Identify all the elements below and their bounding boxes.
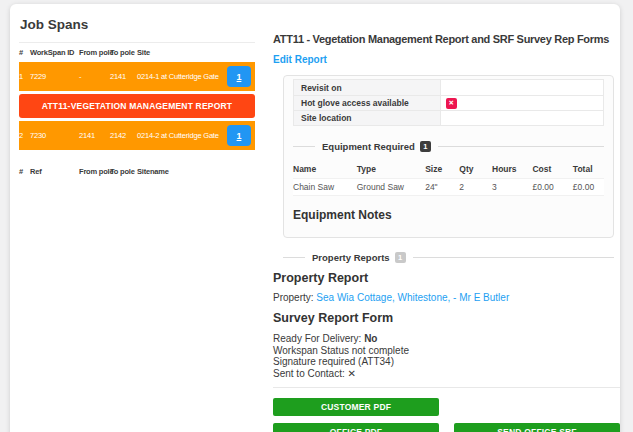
equipment-table-header: Name Type Size Qty Hours Cost Total [293,160,604,178]
eq-col-qty: Qty [459,164,492,174]
row-from-pole: - [79,72,110,81]
eq-col-total: Total [573,164,604,174]
col-to-pole: To pole [110,167,137,176]
send-office-srf-button[interactable]: SEND OFFICE SRF [454,423,620,432]
span-report-count-badge[interactable]: 1 [227,66,251,87]
info-value: ✕ [441,96,603,110]
eq-col-cost: Cost [532,164,572,174]
info-row-revisit: Revisit on [294,80,603,95]
info-label: Site location [294,111,441,125]
property-label: Property: [273,292,314,303]
eq-size: 24" [425,182,459,192]
eq-type: Ground Saw [357,182,425,192]
row-workspan-id: 7230 [30,131,79,140]
sent-cross-icon: ✕ [348,368,356,379]
info-row-site-location: Site location [294,110,603,125]
edit-report-link[interactable]: Edit Report [273,54,327,65]
col-from-pole: From pole [79,167,110,176]
eq-col-size: Size [425,164,459,174]
eq-col-name: Name [293,164,357,174]
property-reports-legend: Property Reports 1 [283,252,614,263]
workspan-row-7230[interactable]: 2 7230 2141 2142 0214-2 at Cutteridge Ga… [19,121,255,150]
ref-table-header: # Ref From pole To pole Sitename [19,162,255,181]
info-label: Hot glove access available [294,96,441,110]
equipment-required-label: Equipment Required [322,141,415,152]
equipment-row-chain-saw: Chain Saw Ground Saw 24" 2 3 £0.00 £0.00 [293,178,604,196]
info-row-hot-glove: Hot glove access available ✕ [294,95,603,110]
property-report-heading: Property Report [273,271,620,285]
col-sitename: Sitename [137,167,225,176]
report-info-table: Revisit on Hot glove access available ✕ … [293,79,604,126]
vegetation-report-button[interactable]: ATT11-VEGETATION MANAGEMENT REPORT [19,94,255,118]
main-card: Job Spans # WorkSpan ID From pole To pol… [10,4,620,432]
customer-pdf-button[interactable]: CUSTOMER PDF [273,398,439,416]
spans-table-header: # WorkSpan ID From pole To pole Site [19,43,255,62]
workspan-status-line: Workspan Status not complete [273,345,620,357]
col-workspan-id: WorkSpan ID [30,48,79,57]
col-site: Site [137,48,225,57]
equipment-notes-title: Equipment Notes [293,208,604,222]
col-num: # [19,48,30,57]
buttons-divider [273,387,620,388]
col-ref: Ref [30,167,79,176]
row-num: 1 [19,72,30,81]
row-workspan-id: 7229 [30,72,79,81]
cross-icon: ✕ [446,98,457,109]
office-pdf-button[interactable]: OFFICE PDF [273,423,439,432]
property-reports-count-badge: 1 [395,252,406,263]
row-from-pole: 2141 [79,131,110,140]
equipment-required-legend: Equipment Required 1 [293,141,604,152]
eq-hours: 3 [492,182,532,192]
eq-col-hours: Hours [492,164,532,174]
eq-cost: £0.00 [532,182,572,192]
eq-col-type: Type [357,164,425,174]
report-detail-box: Revisit on Hot glove access available ✕ … [283,75,614,238]
row-to-pole: 2141 [110,72,137,81]
sent-to-contact-line: Sent to Contact: ✕ [273,368,620,380]
ready-for-delivery-value: No [364,333,377,344]
span-report-count-badge[interactable]: 1 [227,125,251,146]
col-to-pole: To pole [110,48,137,57]
info-value [441,80,603,95]
action-buttons: CUSTOMER PDF OFFICE PDF SEND OFFICE SRF [273,398,620,432]
report-title: ATT11 - Vegetation Management Report and… [273,33,620,45]
info-value [441,111,603,125]
survey-status-block: Ready For Delivery: No Workspan Status n… [273,333,620,379]
job-spans-panel: Job Spans # WorkSpan ID From pole To pol… [19,13,255,432]
workspan-row-7229[interactable]: 1 7229 - 2141 0214-1 at Cutteridge Gate … [19,62,255,91]
row-to-pole: 2142 [110,131,137,140]
eq-qty: 2 [459,182,492,192]
survey-report-form-heading: Survey Report Form [273,311,620,325]
property-link[interactable]: Sea Wia Cottage, Whitestone, - Mr E Butl… [316,292,509,303]
info-label: Revisit on [294,80,441,95]
report-panel: ATT11 - Vegetation Management Report and… [273,13,620,432]
row-num: 2 [19,131,30,140]
col-from-pole: From pole [79,48,110,57]
col-num: # [19,167,30,176]
eq-total: £0.00 [573,182,604,192]
row-site: 0214-2 at Cutteridge Gate [137,131,225,140]
property-reports-label: Property Reports [312,252,390,263]
eq-name: Chain Saw [293,182,357,192]
ready-for-delivery-line: Ready For Delivery: No [273,333,620,345]
equipment-count-badge: 1 [420,141,431,152]
job-spans-title: Job Spans [19,13,255,43]
signature-required-line: Signature required (ATT34) [273,356,620,368]
property-line: Property: Sea Wia Cottage, Whitestone, -… [273,292,620,303]
row-site: 0214-1 at Cutteridge Gate [137,72,225,81]
